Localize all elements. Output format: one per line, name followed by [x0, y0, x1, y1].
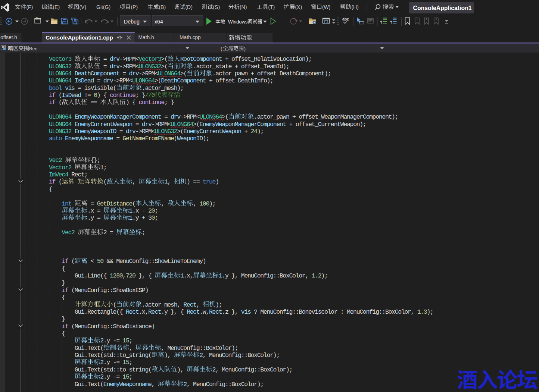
svg-text:IsDead: IsDead: [75, 77, 94, 84]
svg-text:+: +: [225, 56, 228, 63]
svg-text:x64: x64: [155, 19, 163, 25]
svg-text:Math.cpp: Math.cpp: [180, 35, 201, 40]
svg-text:.y: .y: [222, 272, 229, 279]
svg-text:(D): (D): [185, 4, 192, 10]
svg-text:.z: .z: [222, 308, 228, 316]
svg-text:): ): [203, 258, 206, 265]
svg-text:(: (: [183, 70, 187, 77]
svg-text:;: ;: [129, 337, 133, 344]
svg-text:(: (: [59, 99, 62, 106]
svg-text:},: },: [171, 308, 177, 316]
svg-text:): ): [244, 46, 246, 51]
svg-text:->: ->: [135, 128, 142, 135]
svg-text:ConsoleApplication1.cpp: ConsoleApplication1.cpp: [46, 34, 113, 41]
svg-text:,: ,: [305, 272, 308, 279]
svg-text:{};: {};: [91, 157, 100, 164]
svg-text:(: (: [71, 258, 75, 265]
svg-text:Boneviscolor: Boneviscolor: [299, 308, 337, 316]
svg-text:->: ->: [119, 56, 126, 63]
svg-text:Gui: Gui: [75, 308, 85, 316]
svg-text:::: ::: [379, 308, 385, 316]
svg-text:RPM: RPM: [142, 128, 152, 135]
svg-text:,: ,: [203, 352, 206, 359]
svg-text:vis: vis: [241, 308, 251, 316]
svg-text:+: +: [251, 70, 254, 77]
svg-text:!=: !=: [84, 92, 91, 99]
svg-text:=: =: [103, 63, 107, 70]
svg-text:720: 720: [126, 272, 135, 279]
svg-text:);: );: [305, 56, 311, 63]
svg-text:.y: .y: [103, 373, 110, 380]
svg-text:(: (: [100, 345, 103, 352]
svg-text:.actor_pawn: .actor_pawn: [212, 70, 248, 77]
svg-text:std: std: [103, 366, 113, 373]
svg-text:,: ,: [215, 366, 219, 373]
svg-text:);: );: [321, 272, 327, 279]
svg-text:(B): (B): [159, 4, 166, 10]
svg-text:ULONG64: ULONG64: [49, 121, 72, 128]
svg-text:-=: -=: [113, 373, 120, 380]
svg-text:);: );: [209, 200, 215, 207]
svg-text:BoxColor: BoxColor: [231, 381, 257, 388]
svg-text:100: 100: [199, 200, 209, 207]
svg-text:offset_RelativeLocation: offset_RelativeLocation: [231, 56, 305, 63]
svg-text:->: ->: [180, 113, 187, 120]
svg-text:,: ,: [193, 200, 196, 207]
svg-text:(: (: [71, 287, 75, 294]
svg-text:.actor_pawn: .actor_pawn: [254, 113, 289, 120]
svg-text:MenuConfig: MenuConfig: [209, 352, 241, 359]
svg-text:.Text: .Text: [84, 352, 100, 359]
svg-text:Vector3: Vector3: [49, 56, 71, 63]
svg-text:.y: .y: [103, 359, 110, 366]
svg-text:): ): [152, 323, 155, 330]
svg-text:(H): (H): [351, 4, 358, 10]
svg-text:.actor_mesh: .actor_mesh: [142, 85, 177, 92]
svg-text:,: ,: [177, 301, 180, 308]
svg-text:+: +: [235, 63, 238, 70]
svg-text:,: ,: [196, 301, 200, 308]
svg-text:(: (: [174, 135, 177, 142]
svg-text:({: ({: [116, 308, 123, 316]
svg-text:RootComponent: RootComponent: [180, 56, 222, 63]
svg-text:Vec2: Vec2: [49, 157, 62, 164]
svg-text:,: ,: [122, 272, 126, 279]
svg-text:if: if: [62, 287, 68, 294]
svg-text:Gui: Gui: [75, 366, 85, 373]
svg-text:;: ;: [155, 207, 158, 214]
svg-text:(: (: [100, 366, 103, 373]
svg-text:+: +: [142, 214, 145, 222]
svg-text:::: ::: [225, 381, 231, 388]
svg-text:.Rectangle: .Rectangle: [84, 308, 116, 316]
svg-text:(: (: [59, 178, 62, 185]
svg-text:,: ,: [411, 308, 414, 316]
svg-text:+: +: [292, 113, 296, 120]
svg-text:::: ::: [113, 366, 119, 373]
svg-text:=: =: [97, 214, 100, 222]
svg-text:.y: .y: [132, 214, 139, 222]
svg-text:Vec2: Vec2: [62, 229, 75, 236]
svg-text:);: );: [257, 128, 264, 135]
svg-text:;: ;: [155, 214, 158, 222]
svg-text:(P): (P): [131, 4, 138, 10]
svg-text:=: =: [78, 85, 81, 92]
svg-text:.Text: .Text: [84, 345, 100, 352]
svg-text:.x: .x: [183, 272, 190, 279]
svg-text:{: {: [148, 272, 152, 279]
svg-text:(: (: [148, 366, 152, 373]
svg-text:.x: .x: [132, 207, 139, 214]
svg-text:.x: .x: [138, 308, 146, 316]
svg-text:drv: drv: [129, 70, 139, 77]
svg-text:(: (: [103, 178, 107, 185]
svg-text:{: {: [180, 308, 184, 316]
svg-text:(: (: [113, 301, 116, 308]
svg-text:::: ::: [292, 308, 299, 316]
svg-text:+: +: [289, 121, 293, 128]
svg-text:->: ->: [119, 63, 126, 70]
svg-text:EnemyWeaponID: EnemyWeaponID: [75, 128, 117, 135]
svg-text:15: 15: [122, 359, 129, 366]
svg-text:,: ,: [145, 308, 148, 316]
svg-text:MenuConfig: MenuConfig: [347, 308, 379, 316]
svg-text:std: std: [103, 352, 113, 359]
svg-text:),: ),: [177, 366, 183, 373]
svg-text:EnemyWeaponname: EnemyWeaponname: [103, 381, 152, 388]
